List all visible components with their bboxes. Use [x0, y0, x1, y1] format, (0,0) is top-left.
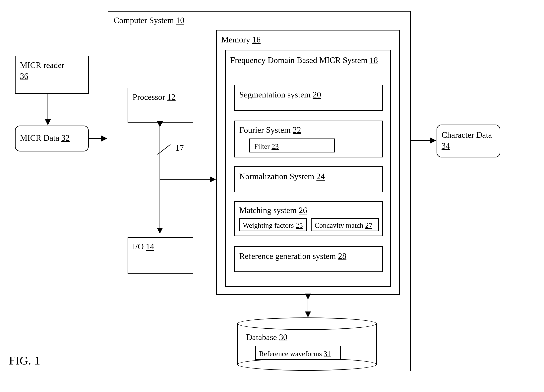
figure-label: FIG. 1: [9, 353, 40, 368]
weighting-label: Weighting factors 25: [243, 221, 303, 230]
database-cylinder-top: [237, 317, 377, 330]
reference-label: Reference generation system 28: [239, 251, 346, 262]
computer-system-label: Computer System 10: [114, 15, 184, 26]
matching-label: Matching system 26: [239, 205, 307, 216]
micr-reader-label: MICR reader 36: [20, 60, 64, 82]
database-cylinder-bottom: [237, 358, 377, 371]
ref-wave-label: Reference waveforms 31: [259, 349, 331, 358]
io-label: I/O 14: [133, 241, 154, 252]
filter-label: Filter 23: [254, 142, 279, 151]
processor-label: Processor 12: [133, 92, 176, 103]
bus-label: 17: [175, 142, 184, 153]
concavity-label: Concavity match 27: [314, 221, 372, 230]
database-label: Database 30: [246, 332, 287, 343]
normalization-label: Normalization System 24: [239, 171, 325, 182]
fourier-label: Fourier System 22: [239, 125, 301, 135]
micr-data-label: MICR Data 32: [20, 133, 70, 143]
memory-label: Memory 16: [221, 34, 260, 45]
segmentation-label: Segmentation system 20: [239, 89, 321, 100]
fdm-system-label: Frequency Domain Based MICR System 18: [230, 55, 384, 66]
char-data-label: Character Data 34: [442, 129, 492, 151]
